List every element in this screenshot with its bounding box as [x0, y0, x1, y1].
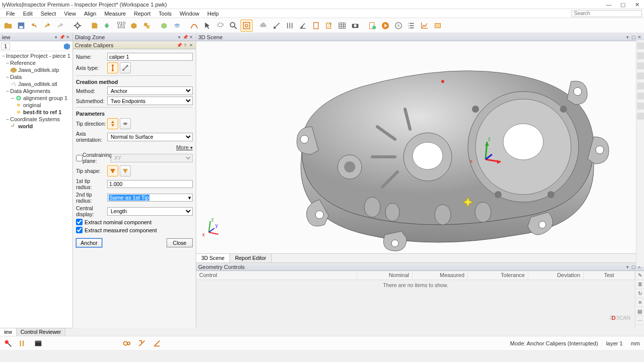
menu-tools[interactable]: Tools — [154, 11, 176, 17]
menu-file[interactable]: File — [2, 11, 19, 17]
tree-bestfit[interactable]: best-fit to ref 1 — [0, 109, 72, 116]
tab-report-editor[interactable]: Report Editor — [230, 254, 272, 262]
cube-icon[interactable] — [128, 20, 140, 32]
dlg-close-icon[interactable]: ✕ — [189, 43, 194, 48]
extract-measured-check[interactable] — [76, 227, 83, 233]
side-delete-icon[interactable]: ✕ — [635, 298, 644, 307]
record-icon[interactable] — [392, 20, 405, 32]
side-more-icon[interactable]: ⋯ — [635, 316, 644, 325]
fit-icon[interactable] — [240, 20, 253, 32]
transform-icon[interactable] — [136, 337, 148, 349]
tip-dir-1-button[interactable] — [107, 118, 118, 129]
close-panel-icon[interactable]: ✕ — [65, 35, 70, 40]
scene-close-icon[interactable]: ✕ — [637, 35, 642, 40]
open-icon[interactable] — [2, 20, 14, 32]
tip2-radius-select[interactable]: Same as 1st Tip▾ — [107, 194, 193, 202]
menu-select[interactable]: Select — [37, 11, 60, 17]
dlg-pin-icon[interactable]: 📌 — [177, 43, 182, 48]
side-edit-icon[interactable]: ✎ — [635, 271, 644, 280]
bottom-tab-view[interactable]: iew — [0, 328, 17, 336]
clipboard-icon[interactable] — [310, 20, 322, 32]
caliper-name-input[interactable] — [107, 53, 193, 61]
tree-data-file[interactable]: Jawa_odlitek.stl — [0, 80, 72, 87]
minimize-button[interactable]: — — [602, 0, 616, 9]
chart-icon[interactable] — [419, 20, 431, 32]
piece-icon[interactable] — [62, 42, 71, 51]
dlg-help-icon[interactable]: ? — [183, 43, 188, 48]
close-dialog-button[interactable]: Close — [167, 238, 193, 247]
tree-alignments[interactable]: −Data Alignments — [0, 87, 72, 95]
tree-data[interactable]: −Data — [0, 73, 72, 80]
tree-view[interactable]: −Inspector Project - piece 1 −Reference … — [0, 51, 72, 328]
dz-close-icon[interactable]: ✕ — [189, 35, 194, 40]
cloud-icon[interactable] — [258, 20, 270, 32]
axis-type-2-button[interactable] — [120, 62, 131, 73]
menu-view[interactable]: View — [60, 11, 80, 17]
tip-dir-2-button[interactable] — [120, 118, 131, 129]
play-icon[interactable] — [379, 20, 391, 32]
side-export-icon[interactable]: ▤ — [635, 307, 644, 316]
tip1-radius-input[interactable] — [107, 180, 193, 188]
save-icon[interactable] — [15, 20, 27, 32]
rt-1[interactable] — [637, 42, 644, 49]
box-icon[interactable] — [158, 20, 170, 32]
close-button[interactable]: ✕ — [630, 0, 644, 9]
clapper-icon[interactable] — [32, 337, 44, 349]
redo-icon[interactable] — [41, 20, 53, 32]
list-icon[interactable] — [406, 20, 418, 32]
geom-menu-icon[interactable]: ▾ — [625, 264, 630, 269]
tree-root[interactable]: −Inspector Project - piece 1 — [0, 52, 72, 59]
central-display-select[interactable]: Length — [107, 207, 193, 216]
geom-max-icon[interactable]: ▢ — [631, 264, 636, 269]
search-input[interactable] — [572, 10, 642, 17]
gear-link-icon[interactable] — [121, 337, 133, 349]
lasso-icon[interactable] — [214, 20, 226, 32]
dropdown-icon[interactable]: ▾ — [53, 35, 58, 40]
axis-orientation-select[interactable]: Normal to Surface — [107, 133, 193, 141]
rt-4[interactable] — [637, 72, 644, 79]
tree-coord-sys[interactable]: −Coordinate Systems — [0, 116, 72, 123]
rt-2[interactable] — [637, 52, 644, 59]
tab-3d-scene[interactable]: 3D Scene — [196, 254, 230, 262]
pointer-icon[interactable] — [201, 20, 213, 32]
extract-nominal-check[interactable] — [76, 219, 83, 225]
options-icon[interactable] — [71, 20, 84, 32]
zoom-icon[interactable] — [227, 20, 239, 32]
redo2-icon[interactable] — [54, 20, 66, 32]
side-filter-icon[interactable]: ≣ — [635, 280, 644, 289]
piece-number-input[interactable] — [1, 43, 10, 50]
tree-world[interactable]: world — [0, 123, 72, 130]
tree-ref-file[interactable]: Jawa_odlitek.stp — [0, 66, 72, 73]
tip-shape-2-button[interactable] — [120, 165, 131, 176]
caliper-tool-icon[interactable] — [17, 337, 29, 349]
report-icon[interactable] — [366, 20, 378, 32]
curve-icon[interactable] — [188, 20, 200, 32]
dz-menu-icon[interactable]: ▾ — [177, 35, 182, 40]
axes-tool-icon[interactable] — [151, 337, 163, 349]
method-select[interactable]: Anchor — [107, 86, 193, 95]
dz-pin-icon[interactable]: 📌 — [183, 35, 188, 40]
probe-icon[interactable] — [2, 337, 14, 349]
tree-original[interactable]: original — [0, 102, 72, 109]
rt-6[interactable] — [637, 93, 644, 100]
menu-measure[interactable]: Measure — [100, 11, 130, 17]
scene-menu-icon[interactable]: ▾ — [625, 35, 630, 40]
camera-icon[interactable] — [349, 20, 361, 32]
rt-7[interactable] — [637, 103, 644, 110]
menu-window[interactable]: Window — [176, 11, 203, 17]
axis-type-1-button[interactable] — [107, 62, 118, 73]
menu-edit[interactable]: Edit — [19, 11, 37, 17]
window-icon[interactable] — [432, 20, 444, 32]
pin-icon[interactable]: 📌 — [59, 35, 64, 40]
anchor-button[interactable]: Anchor — [76, 238, 102, 247]
constraining-check[interactable] — [76, 155, 83, 161]
add-icon[interactable]: + — [323, 20, 335, 32]
table-icon[interactable] — [336, 20, 348, 32]
undo-icon[interactable] — [28, 20, 40, 32]
measure2-icon[interactable] — [284, 20, 296, 32]
status-unit[interactable]: mm — [629, 340, 642, 346]
tree-reference[interactable]: −Reference — [0, 59, 72, 66]
menu-report[interactable]: Report — [130, 11, 154, 17]
maximize-button[interactable]: ▢ — [616, 0, 630, 9]
import-icon[interactable] — [89, 20, 101, 32]
